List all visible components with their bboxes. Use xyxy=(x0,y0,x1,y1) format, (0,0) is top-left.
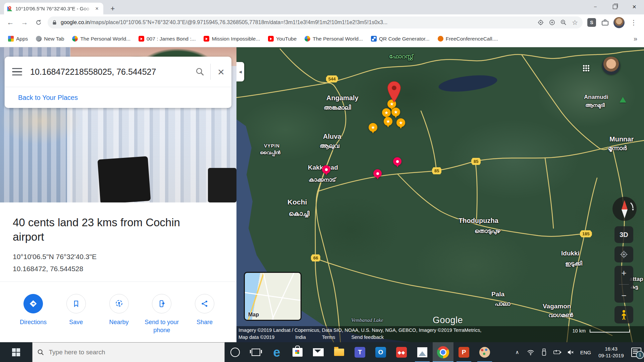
zoom-icon[interactable] xyxy=(560,19,567,26)
bookmark-qr-code[interactable]: QR Code Generator... xyxy=(368,34,433,44)
bookmark-mission-imposs[interactable]: Mission Impossible... xyxy=(200,34,263,44)
mail-button[interactable] xyxy=(308,342,329,362)
nearby-button[interactable]: Nearby xyxy=(99,294,139,334)
directions-button[interactable]: Directions xyxy=(13,294,53,334)
notification-button[interactable]: 1 xyxy=(629,342,644,362)
bookmark-freeconference[interactable]: FreeConferenceCall.... xyxy=(434,34,501,44)
search-row xyxy=(5,57,231,87)
maps-account-avatar[interactable] xyxy=(602,57,620,75)
gold-star-marker[interactable]: ★ xyxy=(396,118,405,127)
send-to-phone-button[interactable]: Send to your phone xyxy=(142,294,181,334)
green-peak-marker[interactable] xyxy=(620,97,626,103)
map-label-pala-ml: പാലാ xyxy=(495,301,510,307)
close-button[interactable] xyxy=(625,0,644,13)
action-label: Save xyxy=(69,318,83,326)
address-bar[interactable]: google.co.in/maps/place/10°10'06.5"N+76°… xyxy=(48,16,583,28)
language-indicator[interactable]: ENG xyxy=(578,342,594,362)
clear-search-icon[interactable] xyxy=(211,65,231,78)
action-label: Directions xyxy=(20,318,47,326)
bookmark-apps[interactable]: Apps xyxy=(5,34,31,44)
usb-button[interactable] xyxy=(537,342,551,362)
scale-bar xyxy=(590,329,630,333)
red-diamond-app-button[interactable]: ◆◆ xyxy=(391,342,412,362)
send-to-devices-icon[interactable] xyxy=(537,19,544,26)
attribution-terms-link[interactable]: Terms xyxy=(322,335,335,340)
tab-close-icon[interactable] xyxy=(93,5,101,12)
map-3d-button[interactable]: 3D xyxy=(614,226,633,243)
maps-search-input[interactable] xyxy=(30,67,190,77)
forward-button[interactable] xyxy=(19,17,30,28)
bookmark-label: QR Code Generator... xyxy=(379,36,430,42)
bookmark-new-tab[interactable]: New Tab xyxy=(33,34,67,44)
windows-start-icon xyxy=(12,348,20,356)
task-view-button[interactable] xyxy=(246,342,266,362)
zoom-out-icon[interactable]: − xyxy=(621,291,626,300)
outlook-button[interactable]: O xyxy=(370,342,391,362)
battery-button[interactable] xyxy=(551,342,564,362)
maps-search-card: Back to Your Places xyxy=(5,57,231,108)
grid-menu-icon[interactable] xyxy=(583,65,589,71)
google-logo[interactable]: Google xyxy=(433,315,463,325)
wifi-button[interactable] xyxy=(524,342,537,362)
save-button[interactable]: Save xyxy=(56,294,96,334)
minimize-button[interactable] xyxy=(586,0,605,13)
briefcase-icon[interactable] xyxy=(601,18,609,26)
new-tab-button[interactable] xyxy=(108,4,117,13)
pegman-button[interactable] xyxy=(614,306,633,323)
bookmark-james-bond[interactable]: 007 : James Bond :... xyxy=(135,34,199,44)
back-button[interactable] xyxy=(5,17,16,28)
cortana-button[interactable] xyxy=(225,342,246,362)
chrome-button[interactable] xyxy=(433,342,453,362)
file-explorer-button[interactable] xyxy=(329,342,350,362)
pink-marker[interactable] xyxy=(393,157,401,166)
store-button[interactable] xyxy=(287,342,308,362)
zoom-in-icon[interactable]: + xyxy=(621,268,626,277)
compass-icon[interactable] xyxy=(612,196,637,222)
browser-tab[interactable]: 10°10'06.5"N 76°32'40.3"E - Goo xyxy=(4,3,103,14)
volume-muted-button[interactable] xyxy=(564,342,578,362)
share-button[interactable]: Share xyxy=(185,294,224,334)
taskbar-search[interactable] xyxy=(32,342,225,362)
bookmark-star-icon[interactable] xyxy=(571,19,579,26)
edge-button[interactable]: e xyxy=(266,342,287,362)
search-button[interactable] xyxy=(190,67,210,76)
menu-hamburger-icon[interactable] xyxy=(5,68,30,76)
taskbar-search-input[interactable] xyxy=(48,348,220,356)
red-destination-pin[interactable] xyxy=(386,81,402,103)
gold-star-marker[interactable]: ★ xyxy=(384,117,392,126)
start-button[interactable] xyxy=(0,342,32,362)
route-shield-85b: 85 xyxy=(432,167,441,174)
place-card: 40 cents land 23 kms from Cochin airport… xyxy=(0,202,236,342)
map-canvas[interactable]: ഫോറസ്റ്റ് Angamaly അങ്കമാലി Aluva ആലുവ V… xyxy=(236,47,644,342)
photos-button[interactable] xyxy=(412,342,433,362)
restore-button[interactable] xyxy=(605,0,625,13)
taskbar-clock[interactable]: 16:43 09-11-2019 xyxy=(594,342,629,362)
bookmarks-overflow-chevron[interactable]: » xyxy=(632,35,639,43)
pink-marker[interactable] xyxy=(322,165,330,174)
powerpoint-button[interactable]: P xyxy=(453,342,474,362)
tray-chevron-icon[interactable] xyxy=(511,342,524,362)
map-label-vagamon-ml: വാഗമൺ xyxy=(548,312,573,319)
pink-marker[interactable] xyxy=(373,169,382,178)
my-location-button[interactable] xyxy=(614,246,633,262)
kebab-menu-icon[interactable] xyxy=(628,17,639,28)
edge-icon: e xyxy=(273,346,280,359)
attribution-feedback-link[interactable]: Send feedback xyxy=(351,335,384,340)
install-icon[interactable] xyxy=(548,19,556,26)
back-to-places-link[interactable]: Back to Your Places xyxy=(18,94,78,102)
paint-button[interactable] xyxy=(474,342,495,362)
map-inset[interactable]: Map xyxy=(244,272,302,321)
gold-star-marker[interactable]: ★ xyxy=(369,123,377,132)
profile-avatar[interactable] xyxy=(613,17,625,28)
extension-s-icon[interactable]: S xyxy=(587,18,596,27)
collapse-panel-button[interactable] xyxy=(236,62,244,81)
gold-star-marker[interactable]: ★ xyxy=(391,108,400,116)
teams-button[interactable]: T xyxy=(350,342,370,362)
gold-star-marker[interactable]: ★ xyxy=(382,108,391,117)
map-label-munnar-ml: മൂന്നാർ xyxy=(608,145,627,152)
bookmark-personal-world-2[interactable]: The Personal World... xyxy=(301,34,366,44)
bookmark-personal-world-1[interactable]: The Personal World... xyxy=(69,34,134,44)
attribution-links: Map data ©2019 India Terms Send feedback xyxy=(238,335,384,340)
bookmark-youtube[interactable]: YouTube xyxy=(265,34,300,44)
reload-button[interactable] xyxy=(33,17,44,28)
